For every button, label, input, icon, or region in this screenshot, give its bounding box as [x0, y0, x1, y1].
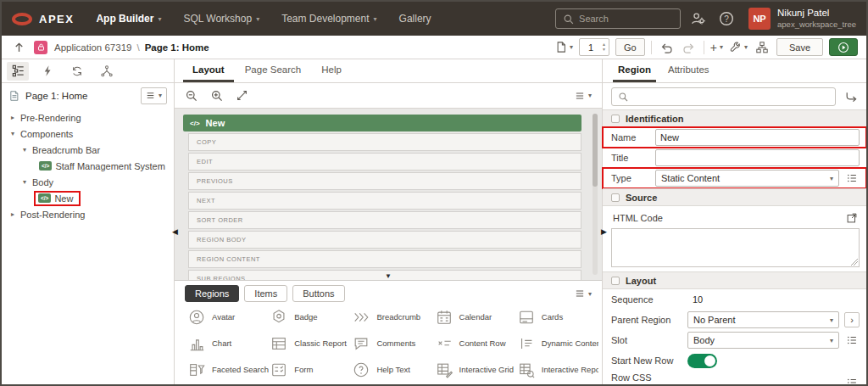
source-section-header[interactable]: Source: [603, 188, 866, 206]
go-up-button[interactable]: [10, 39, 27, 56]
slot-select[interactable]: Body ▾: [687, 332, 839, 349]
gallery-tab-regions[interactable]: Regions: [185, 285, 239, 302]
tab-layout[interactable]: Layout: [183, 59, 234, 82]
chevron-right-icon[interactable]: ▸: [8, 210, 17, 218]
zoom-in-icon[interactable]: [210, 89, 224, 103]
name-input[interactable]: [655, 129, 860, 146]
gallery-tab-items[interactable]: Items: [244, 285, 287, 302]
gallery-item-faceted-search[interactable]: Faceted Search: [188, 361, 269, 378]
gallery-item-comments[interactable]: Comments: [353, 334, 433, 352]
layout-position-sort-order[interactable]: SORT ORDER: [188, 211, 581, 229]
html-code-editor[interactable]: [611, 228, 860, 267]
layout-menu-button[interactable]: ▾: [575, 91, 592, 101]
nav-team-development[interactable]: Team Development ▾: [281, 13, 376, 25]
gallery-item-breadcrumb[interactable]: Breadcrumb: [353, 308, 433, 326]
gallery-item-classic-report[interactable]: Classic Report: [270, 334, 351, 352]
search-input[interactable]: [579, 14, 673, 24]
gallery-menu-button[interactable]: ▾: [575, 288, 592, 299]
gallery-item-badge[interactable]: Badge: [270, 308, 351, 326]
type-select[interactable]: Static Content ▾: [655, 170, 839, 187]
layout-position-copy[interactable]: COPY: [188, 133, 581, 151]
layout-position-next[interactable]: NEXT: [188, 192, 581, 210]
shared-components-button[interactable]: [754, 39, 771, 56]
chevron-down-icon[interactable]: ▾: [8, 130, 17, 137]
rendering-tab[interactable]: [7, 62, 29, 81]
oracle-apex-logo[interactable]: APEX: [12, 13, 74, 25]
layout-position-region-content[interactable]: REGION CONTENT: [188, 250, 581, 268]
create-menu-button[interactable]: + ▾: [710, 41, 723, 54]
save-button[interactable]: Save: [776, 38, 823, 56]
tree-item-body[interactable]: ▾ Body: [2, 174, 174, 190]
nav-gallery[interactable]: Gallery: [399, 13, 431, 25]
property-filter[interactable]: [611, 87, 836, 106]
tree-item-components[interactable]: ▾ Components: [2, 126, 174, 142]
nav-sql-workshop[interactable]: SQL Workshop ▾: [183, 13, 259, 25]
type-list-of-values-button[interactable]: [844, 171, 860, 186]
nav-app-builder[interactable]: App Builder ▾: [96, 13, 161, 25]
gallery-item-dynamic-content[interactable]: Dynamic Content: [518, 334, 598, 352]
left-splitter-collapse-arrow[interactable]: ◀: [172, 228, 178, 236]
page-number-spinner[interactable]: 1 ▲▼: [579, 38, 609, 56]
identification-section-header[interactable]: Identification: [603, 109, 866, 127]
redo-button[interactable]: [681, 39, 698, 56]
tree-item-staff-management-system[interactable]: </> Staff Management System: [2, 158, 174, 174]
tab-region[interactable]: Region: [613, 59, 656, 82]
property-filter-input[interactable]: [633, 92, 829, 102]
gallery-item-interactive-report[interactable]: Interactive Report: [518, 361, 598, 378]
gallery-item-cards[interactable]: Cards: [518, 308, 598, 326]
breadcrumb-application[interactable]: Application 67319: [54, 42, 131, 53]
help-button[interactable]: ?: [715, 8, 738, 30]
canvas-scrollbar-track[interactable]: [593, 114, 598, 275]
zoom-out-icon[interactable]: [185, 89, 198, 103]
tree-item-pre-rendering[interactable]: ▸ Pre-Rendering: [2, 109, 174, 126]
layout-position-edit[interactable]: EDIT: [188, 153, 581, 171]
gallery-tab-buttons[interactable]: Buttons: [292, 285, 344, 302]
tree-menu-button[interactable]: ▾: [141, 87, 167, 104]
tab-attributes[interactable]: Attributes: [663, 59, 715, 82]
user-avatar[interactable]: NP: [748, 8, 771, 30]
start-new-row-toggle[interactable]: [687, 354, 717, 368]
processing-tab[interactable]: [66, 62, 88, 81]
tree-item-post-rendering[interactable]: ▸ Post-Rendering: [2, 206, 174, 222]
page-shared-components-tab[interactable]: [96, 62, 118, 81]
undo-button[interactable]: [658, 39, 675, 56]
slot-list-of-values-button[interactable]: [844, 333, 860, 348]
tree-item-new[interactable]: </> New: [2, 190, 174, 206]
gallery-item-calendar[interactable]: Calendar: [436, 308, 516, 326]
application-icon[interactable]: [34, 41, 47, 54]
go-button[interactable]: Go: [615, 38, 645, 56]
resize-grip-icon[interactable]: [850, 258, 858, 266]
global-search[interactable]: [555, 8, 681, 29]
layout-section-header[interactable]: Layout: [603, 271, 866, 289]
spinner-arrows-icon[interactable]: ▲▼: [602, 42, 609, 52]
dynamic-actions-tab[interactable]: [36, 62, 58, 81]
go-to-parent-button[interactable]: ›: [844, 312, 860, 327]
run-page-button[interactable]: [829, 38, 858, 56]
admin-button[interactable]: [686, 8, 709, 30]
tree-item-breadcrumb-bar[interactable]: ▾ Breadcrumb Bar: [2, 142, 174, 158]
gallery-item-content-row[interactable]: Content Row: [436, 334, 516, 352]
row-css-classes-input[interactable]: [687, 374, 839, 386]
open-code-editor-button[interactable]: [844, 210, 860, 226]
layout-position-previous[interactable]: PREVIOUS: [188, 172, 581, 190]
gallery-item-interactive-grid[interactable]: Interactive Grid: [436, 361, 516, 378]
dock-panel-button[interactable]: [844, 90, 858, 103]
right-splitter-collapse-arrow[interactable]: ▶: [601, 228, 607, 236]
parent-region-select[interactable]: No Parent ▾: [687, 311, 839, 328]
title-input[interactable]: [655, 149, 860, 166]
chevron-down-icon[interactable]: ▾: [20, 178, 29, 186]
expand-icon[interactable]: [236, 89, 248, 102]
layout-position-region-body[interactable]: REGION BODY: [188, 231, 581, 249]
utilities-menu-button[interactable]: ▾: [729, 41, 748, 53]
gallery-item-chart[interactable]: Chart: [188, 334, 269, 352]
gallery-item-form[interactable]: Form: [270, 361, 351, 378]
selected-region-header[interactable]: </> New: [183, 115, 581, 131]
canvas-scrollbar-thumb[interactable]: [593, 114, 598, 187]
user-menu[interactable]: Nikunj Patel apex_workspace_tree: [777, 8, 856, 29]
splitter-down-arrow[interactable]: ▼: [385, 272, 392, 280]
chevron-down-icon[interactable]: ▾: [20, 146, 29, 154]
gallery-item-help-text[interactable]: Help Text: [353, 361, 433, 378]
tab-page-search[interactable]: Page Search: [236, 59, 311, 82]
tab-help[interactable]: Help: [312, 59, 351, 82]
gallery-item-avatar[interactable]: Avatar: [188, 308, 269, 326]
